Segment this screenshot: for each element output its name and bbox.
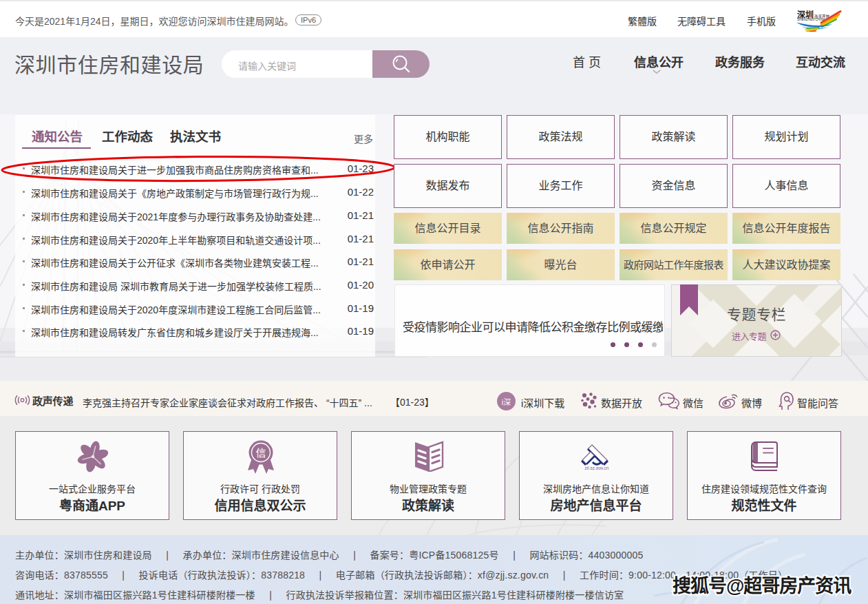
svg-text:i深: i深 xyxy=(502,398,511,406)
svg-text:信: 信 xyxy=(255,447,266,459)
svg-text:SHENZHEN CHINA: SHENZHEN CHINA xyxy=(797,18,826,21)
svg-text:zjj.sz.gov.cn: zjj.sz.gov.cn xyxy=(585,466,609,470)
svg-text:搜狐号@超哥房产资讯: 搜狐号@超哥房产资讯 xyxy=(673,576,851,596)
